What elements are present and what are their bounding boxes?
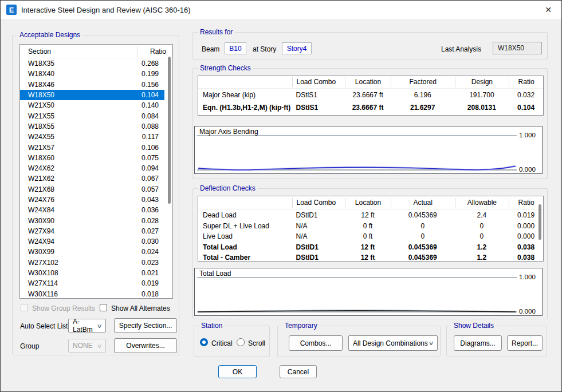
section-list-item[interactable]: W30X108 0.021: [20, 268, 164, 278]
load-combo: DStlD1: [292, 254, 345, 262]
section-list-item[interactable]: W30X116 0.018: [20, 289, 164, 299]
ratio: 0.038: [509, 254, 543, 262]
actual: 0.045369: [391, 243, 455, 251]
section-list-item[interactable]: W24X55 0.117: [20, 132, 164, 142]
section-ratio: 0.019: [129, 279, 164, 287]
section-ratio: 0.036: [129, 206, 164, 214]
section-name: W18X50: [20, 91, 129, 99]
column-header-section[interactable]: Section: [20, 47, 137, 56]
section-list-item[interactable]: W24X76 0.043: [20, 195, 164, 205]
section-list-item[interactable]: W18X50 0.104: [20, 90, 164, 100]
station-label: Station: [199, 322, 225, 330]
section-ratio: 0.094: [129, 164, 164, 172]
section-list-item[interactable]: W27X94 0.027: [20, 226, 164, 236]
col-blank: [198, 198, 292, 208]
chevron-down-icon: ∨: [428, 340, 434, 346]
overwrites-button[interactable]: Overwrites...: [114, 338, 177, 353]
table-row: Total - Camber DStlD1 12 ft 0.045369 1.2…: [198, 252, 543, 262]
cancel-button[interactable]: Cancel: [280, 365, 317, 378]
section-name: W30X99: [20, 248, 129, 256]
strength-table-header: Load Combo Location Factored Design Rati…: [198, 76, 543, 89]
section-list-item[interactable]: W18X60 0.075: [20, 153, 164, 163]
report-button[interactable]: Report...: [507, 335, 543, 351]
section-name: W21X57: [20, 144, 129, 152]
table-row: Super DL + Live Load N/A 0 ft 0 0 0.000: [198, 221, 543, 232]
section-list-scrollbar[interactable]: [168, 57, 171, 204]
section-name: W27X114: [20, 279, 129, 287]
section-list[interactable]: Section Ratio W18X35 0.268 W18X40 0.199 …: [19, 44, 173, 299]
section-list-item[interactable]: W30X90 0.028: [20, 215, 164, 225]
deflection-table-scrollbar[interactable]: [539, 204, 541, 240]
section-list-item[interactable]: W21X68 0.057: [20, 184, 164, 195]
section-list-item[interactable]: W24X62 0.094: [20, 163, 164, 173]
section-list-item[interactable]: W27X102 0.023: [20, 258, 164, 268]
section-list-item[interactable]: W21X62 0.067: [20, 173, 164, 184]
close-icon[interactable]: ✕: [542, 4, 555, 15]
critical-radio[interactable]: [200, 338, 208, 346]
actual: 0: [391, 222, 455, 230]
ok-button[interactable]: OK: [218, 365, 257, 378]
section-ratio: 0.084: [129, 112, 164, 120]
section-list-item[interactable]: W21X57 0.106: [20, 142, 164, 152]
section-list-item[interactable]: W27X114 0.019: [20, 278, 164, 288]
section-ratio: 0.067: [129, 175, 164, 183]
load-combo: DStlS1: [292, 91, 345, 99]
section-list-item[interactable]: W18X46 0.156: [20, 80, 164, 90]
section-name: W18X40: [20, 70, 129, 78]
factored: 21.6297: [391, 104, 455, 112]
show-details-label: Show Details: [451, 322, 496, 330]
section-name: W24X84: [20, 206, 129, 214]
column-header-ratio[interactable]: Ratio: [137, 46, 172, 57]
col-load-combo: Load Combo: [292, 198, 345, 208]
section-ratio: 0.075: [129, 154, 164, 162]
show-details-group: Show Details Diagrams... Report...: [446, 326, 547, 357]
section-list-item[interactable]: W24X94 0.030: [20, 236, 164, 247]
section-list-item[interactable]: W21X55 0.084: [20, 110, 164, 121]
table-row: Live Load N/A 0 ft 0 0 0.000: [198, 231, 543, 242]
section-list-item[interactable]: W30X99 0.024: [20, 247, 164, 257]
section-ratio: 0.023: [129, 259, 164, 267]
check-name: Eqn. (H1.3b,H1-2,M) (kip-ft): [198, 104, 292, 112]
scroll-radio[interactable]: [237, 338, 245, 346]
col-load-combo: Load Combo: [292, 77, 345, 87]
strength-checks-label: Strength Checks: [198, 64, 253, 72]
col-design: Design: [455, 77, 509, 87]
title-bar[interactable]: E Interactive Steel Design and Review (A…: [1, 1, 561, 19]
auto-select-list-dropdown[interactable]: A-LatBm ∨: [68, 319, 106, 332]
chart-title: Major Axis Bending: [199, 128, 258, 136]
section-list-item[interactable]: W18X35 0.268: [20, 58, 164, 69]
section-ratio: 0.030: [129, 237, 164, 246]
section-ratio: 0.106: [129, 144, 164, 152]
chevron-down-icon: ∨: [96, 343, 102, 349]
section-name: W21X68: [20, 185, 129, 193]
design-combinations-dropdown[interactable]: All Design Combinations ∨: [348, 335, 438, 351]
section-ratio: 0.043: [129, 196, 164, 204]
section-list-item[interactable]: W24X84 0.036: [20, 205, 164, 215]
ratio: 0.104: [509, 104, 543, 112]
section-list-item[interactable]: W18X40 0.199: [20, 69, 164, 79]
chevron-down-icon: ∨: [96, 323, 102, 329]
allowable: 2.4: [455, 211, 509, 219]
show-all-alternates-checkbox[interactable]: [100, 304, 107, 311]
section-list-header[interactable]: Section Ratio: [20, 45, 172, 58]
ratio: 0.032: [509, 91, 543, 99]
auto-select-list-label: Auto Select List: [20, 322, 68, 330]
ratio: 0.038: [509, 243, 543, 251]
section-ratio: 0.018: [129, 290, 164, 298]
section-ratio: 0.117: [129, 133, 164, 141]
diagrams-button[interactable]: Diagrams...: [454, 335, 502, 351]
specify-section-button[interactable]: Specify Section...: [114, 318, 177, 333]
section-ratio: 0.140: [129, 101, 164, 109]
section-list-item[interactable]: W21X50 0.140: [20, 100, 164, 110]
section-list-item[interactable]: W18X55 0.088: [20, 121, 164, 132]
show-all-alternates-label: Show All Alternates: [111, 304, 170, 312]
chart-plot-area: [195, 268, 542, 315]
combos-button[interactable]: Combos...: [289, 335, 343, 351]
allowable: 0: [455, 232, 509, 240]
section-ratio: 0.027: [129, 227, 164, 235]
chart-title: Total Load: [199, 270, 231, 278]
allowable: 1.2: [455, 254, 509, 262]
group-value: NONE: [73, 342, 93, 350]
deflection-table-header: Load Combo Location Actual Allowable Rat…: [198, 196, 543, 210]
check-name: Live Load: [198, 232, 292, 240]
